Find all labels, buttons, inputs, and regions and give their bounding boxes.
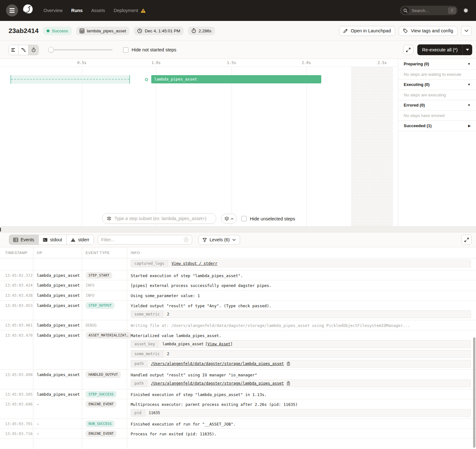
event-timestamp: 13:45:02.372 xyxy=(5,273,33,278)
search-input[interactable] xyxy=(412,8,443,13)
flat-view-icon xyxy=(11,48,16,52)
clear-filter-icon[interactable] xyxy=(184,237,189,242)
metadata-value: View stdout / stderr xyxy=(168,260,471,267)
event-type-badge: ASSET_MATERIALIZAT… xyxy=(86,332,131,339)
tab-events[interactable]: Events xyxy=(9,235,39,244)
section-errored-header[interactable]: Errored (0) ▼ xyxy=(398,100,476,111)
nav-item-deployment[interactable]: Deployment xyxy=(114,8,146,13)
splitter-handle[interactable] xyxy=(0,228,1,231)
metadata-value-link[interactable]: /Users/alangenfeld/data/dagster/storage/… xyxy=(151,361,284,366)
open-in-launchpad-button[interactable]: Open in Launchpad xyxy=(339,26,395,36)
gear-icon[interactable] xyxy=(463,8,469,14)
section-title: Preparing (0) xyxy=(404,62,429,66)
primary-nav: Overview Runs Assets Deployment xyxy=(43,8,146,13)
view-mode-waterfall-button[interactable] xyxy=(19,45,29,55)
open-in-launchpad-label: Open in Launchpad xyxy=(351,28,391,33)
section-preparing-header[interactable]: Preparing (0) ▼ xyxy=(398,59,476,69)
panel-splitter[interactable] xyxy=(0,226,476,232)
event-message: Finished execution of run for "__ASSET_J… xyxy=(131,421,471,426)
step-subset-filter[interactable] xyxy=(102,213,216,224)
table-row: 13:45:03.701-RUN_SUCCESSFinished executi… xyxy=(0,419,476,429)
metadata-value-link[interactable]: /Users/alangenfeld/data/dagster/storage/… xyxy=(151,381,284,386)
event-op: lambda_pipes_asset xyxy=(37,303,80,308)
run-id: 23ab2414 xyxy=(9,27,39,35)
hide-unselected-checkbox[interactable] xyxy=(241,216,247,221)
run-header: 23ab2414 Success lambda_pipes_asset Dec … xyxy=(0,21,476,41)
event-op: - xyxy=(37,431,39,436)
table-row: 13:45:02.372lambda_pipes_assetSTEP_START… xyxy=(0,270,476,280)
metadata-value-link[interactable]: View stdout / stderr xyxy=(172,261,218,266)
log-filter-input[interactable] xyxy=(101,237,184,242)
table-row: 13:45:03.438lambda_pipes_assetINFOUsing … xyxy=(0,290,476,301)
reexecute-dropdown-button[interactable] xyxy=(462,44,472,55)
event-timestamp: 13:45:03.424 xyxy=(5,283,33,288)
axis-tick: 1.5s xyxy=(224,61,239,65)
metadata-key: path xyxy=(131,360,147,367)
chevron-up-icon xyxy=(231,218,234,220)
warning-icon xyxy=(140,8,146,13)
event-op: lambda_pipes_asset xyxy=(37,392,80,397)
tab-stderr[interactable]: stderr xyxy=(67,235,94,244)
clock-icon xyxy=(137,29,142,33)
step-waiting-span xyxy=(10,75,130,84)
copy-icon[interactable] xyxy=(286,381,290,386)
gantt-step-bar[interactable]: lambda_pipes_asset xyxy=(151,75,321,83)
section-title: Succeeded (1) xyxy=(404,123,432,128)
filter-funnel-icon xyxy=(203,238,207,242)
levels-dropdown-button[interactable]: Levels (6) xyxy=(198,235,240,245)
expand-icon xyxy=(406,48,411,52)
metadata-value-text: 2 xyxy=(167,352,169,356)
metadata-key: some_metric xyxy=(131,311,163,318)
job-grid-icon xyxy=(80,29,84,33)
gantt-zoom-slider[interactable] xyxy=(49,49,113,50)
copy-icon[interactable] xyxy=(286,361,290,366)
section-succeeded-header[interactable]: Succeeded (1) ▶ xyxy=(398,121,476,131)
reexecute-split-button: Re-execute all (*) xyxy=(417,44,472,55)
table-row: 13:45:03.696-ENGINE_EVENTMultiprocess ex… xyxy=(0,399,476,419)
nav-item-assets[interactable]: Assets xyxy=(91,8,105,13)
events-fullscreen-button[interactable] xyxy=(461,235,472,245)
table-row: 13:45:03.470lambda_pipes_assetASSET_MATE… xyxy=(0,330,476,370)
metadata-value: /Users/alangenfeld/data/dagster/storage/… xyxy=(147,380,471,387)
view-mode-timed-button[interactable] xyxy=(29,45,38,55)
metadata-value: 2 xyxy=(163,311,471,318)
job-chip[interactable]: lambda_pipes_asset xyxy=(76,27,130,35)
metadata-value: 11635 xyxy=(145,409,471,416)
view-mode-flat-button[interactable] xyxy=(9,45,19,55)
section-preparing-body: No steps are waiting to execute xyxy=(398,69,476,80)
chevron-down-icon xyxy=(232,239,236,241)
view-tags-config-button[interactable]: View tags and config xyxy=(399,26,458,36)
log-filter[interactable] xyxy=(98,235,192,244)
step-subset-input[interactable] xyxy=(114,216,212,221)
view-asset-bracket: [View Asset] xyxy=(205,342,233,346)
status-dot xyxy=(47,29,49,32)
graph-query-toggle-button[interactable] xyxy=(221,214,237,224)
run-actions-dropdown-button[interactable] xyxy=(461,26,472,36)
dagster-logo[interactable] xyxy=(21,3,35,18)
event-op: lambda_pipes_asset xyxy=(37,273,80,278)
tag-icon xyxy=(403,29,408,33)
tab-stdout-label: stdout xyxy=(50,237,62,242)
gantt-zoom-knob[interactable] xyxy=(48,47,54,53)
reexecute-all-button[interactable]: Re-execute all (*) xyxy=(417,44,462,55)
hide-not-started-checkbox[interactable] xyxy=(123,47,128,53)
hamburger-menu-button[interactable] xyxy=(6,4,18,16)
nav-item-runs[interactable]: Runs xyxy=(71,8,82,13)
nav-item-overview[interactable]: Overview xyxy=(43,8,62,13)
event-op: lambda_pipes_asset xyxy=(37,323,80,328)
event-timestamp: 13:45:03.438 xyxy=(5,293,33,298)
tab-stdout[interactable]: stdout xyxy=(39,235,67,244)
event-op: lambda_pipes_asset xyxy=(37,283,80,288)
view-asset-link[interactable]: View Asset xyxy=(207,342,230,346)
gantt-axis: 0.5s 1.0s 1.5s 2.0s 2.5s xyxy=(0,59,398,67)
global-search[interactable]: / xyxy=(400,6,458,15)
section-executing-header[interactable]: Executing (0) ▼ xyxy=(398,80,476,90)
expand-icon xyxy=(464,238,469,242)
vertical-scrollbar-thumb[interactable] xyxy=(473,337,475,448)
metadata-tag: some_metric2 xyxy=(131,350,471,358)
metadata-key: asset_key xyxy=(131,341,159,348)
reexecute-all-label: Re-execute all (*) xyxy=(422,47,458,52)
section-title: Errored (0) xyxy=(404,103,425,107)
event-timestamp: 13:45:03.701 xyxy=(5,422,33,426)
gantt-fullscreen-button[interactable] xyxy=(403,45,414,55)
